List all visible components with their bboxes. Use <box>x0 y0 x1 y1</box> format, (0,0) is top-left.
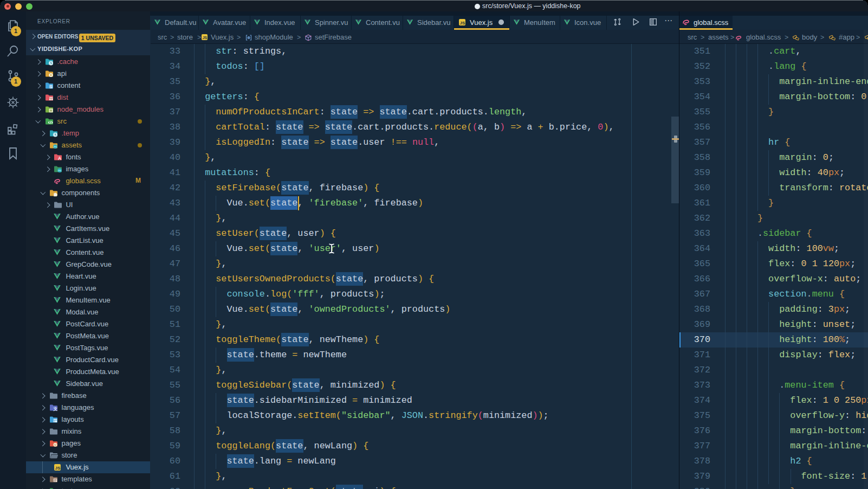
svg-text:A: A <box>58 156 61 161</box>
svg-text:文: 文 <box>53 407 57 411</box>
